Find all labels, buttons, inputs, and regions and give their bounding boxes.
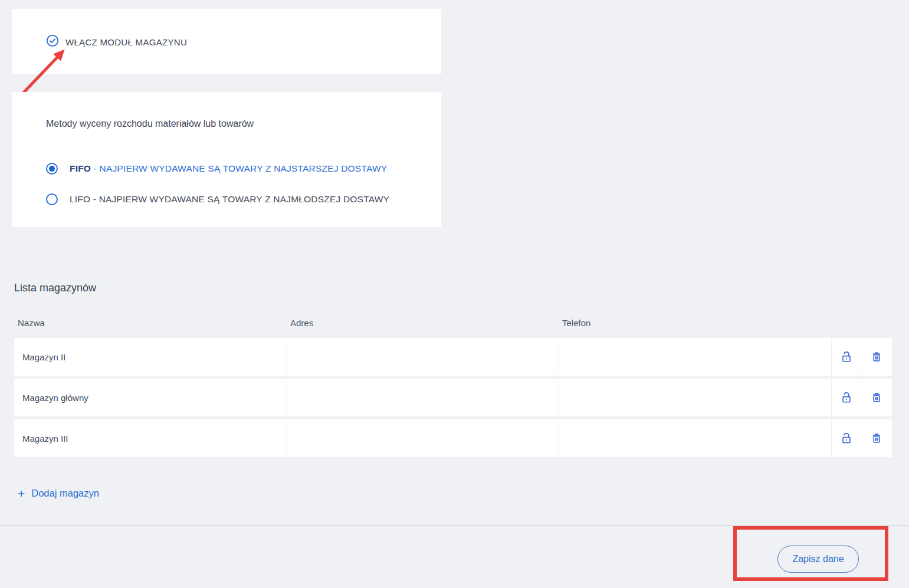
warehouse-list-title: Lista magazynów: [14, 282, 96, 294]
plus-icon: +: [18, 487, 25, 500]
warehouse-address-cell[interactable]: [287, 419, 559, 457]
trash-icon: [870, 432, 883, 445]
unlock-button[interactable]: [831, 419, 861, 457]
fifo-option-label: FIFO - NAJPIERW WYDAWANE SĄ TOWARY Z NAJ…: [70, 163, 387, 174]
unlock-icon: [840, 432, 853, 445]
column-header-address: Adres: [290, 318, 313, 328]
warehouse-table: Magazyn II: [14, 338, 892, 460]
radio-option-lifo[interactable]: LIFO - NAJPIERW WYDAWANE SĄ TOWARY Z NAJ…: [46, 193, 389, 205]
save-button[interactable]: Zapisz dane: [777, 546, 859, 573]
warehouse-name-cell[interactable]: Magazyn III: [14, 419, 287, 457]
radio-dot: [49, 166, 55, 172]
table-row: Magazyn III: [14, 419, 892, 457]
column-header-phone: Telefon: [562, 318, 590, 328]
lifo-code: LIFO: [70, 194, 90, 204]
warehouse-phone-cell[interactable]: [559, 419, 831, 457]
trash-icon: [870, 350, 883, 363]
lifo-option-label: LIFO - NAJPIERW WYDAWANE SĄ TOWARY Z NAJ…: [70, 194, 389, 205]
trash-icon: [870, 391, 883, 404]
unlock-icon: [840, 391, 853, 404]
circle-check-icon[interactable]: [46, 34, 59, 50]
delete-button[interactable]: [861, 419, 892, 457]
footer-divider: [0, 525, 909, 525]
column-header-name: Nazwa: [18, 318, 45, 328]
warehouse-settings-page: WŁĄCZ MODUŁ MAGAZYNU Metody wyceny rozch…: [0, 0, 909, 588]
table-row: Magazyn główny: [14, 379, 892, 416]
valuation-card: Metody wyceny rozchodu materiałów lub to…: [12, 92, 441, 227]
table-row: Magazyn II: [14, 338, 892, 376]
lifo-description: - NAJPIERW WYDAWANE SĄ TOWARY Z NAJMŁODS…: [90, 194, 389, 204]
add-warehouse-label: Dodaj magazyn: [31, 488, 99, 499]
warehouse-name-cell[interactable]: Magazyn główny: [14, 379, 287, 416]
radio-selected-icon[interactable]: [46, 163, 58, 175]
warehouse-phone-cell[interactable]: [559, 379, 831, 416]
radio-unselected-icon[interactable]: [46, 193, 58, 205]
unlock-icon: [840, 350, 853, 363]
unlock-button[interactable]: [831, 379, 861, 416]
delete-button[interactable]: [861, 338, 892, 376]
add-warehouse-button[interactable]: + Dodaj magazyn: [18, 487, 99, 500]
module-toggle-card: WŁĄCZ MODUŁ MAGAZYNU: [12, 9, 441, 74]
radio-option-fifo[interactable]: FIFO - NAJPIERW WYDAWANE SĄ TOWARY Z NAJ…: [46, 163, 387, 175]
unlock-button[interactable]: [831, 338, 861, 376]
warehouse-phone-cell[interactable]: [559, 338, 831, 376]
valuation-title: Metody wyceny rozchodu materiałów lub to…: [46, 119, 254, 129]
warehouse-name-cell[interactable]: Magazyn II: [14, 338, 287, 376]
fifo-description: - NAJPIERW WYDAWANE SĄ TOWARY Z NAJSTARS…: [91, 163, 387, 173]
warehouse-address-cell[interactable]: [287, 379, 559, 416]
fifo-code: FIFO: [70, 163, 91, 173]
warehouse-address-cell[interactable]: [287, 338, 559, 376]
module-toggle-label: WŁĄCZ MODUŁ MAGAZYNU: [65, 37, 187, 47]
delete-button[interactable]: [861, 379, 892, 416]
module-toggle[interactable]: WŁĄCZ MODUŁ MAGAZYNU: [46, 34, 187, 50]
